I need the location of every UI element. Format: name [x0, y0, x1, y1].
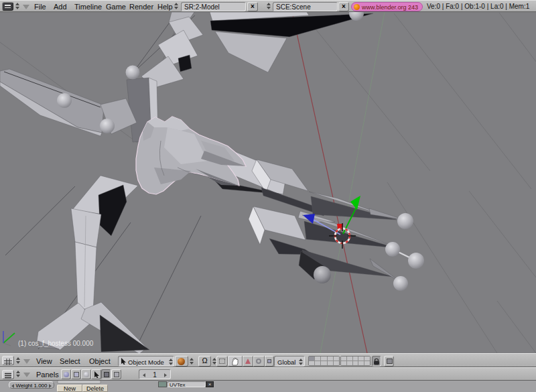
blender-web-label: www.blender.org 243 — [362, 4, 418, 11]
scene-close-button[interactable]: × — [338, 2, 349, 11]
delete-button[interactable]: Delete — [82, 385, 108, 392]
window-type-button[interactable] — [2, 2, 13, 11]
pivot-rotation-icon: Ω — [202, 356, 207, 365]
layer-buttons-group2[interactable] — [340, 356, 371, 366]
manipulator-translate-button[interactable] — [243, 356, 253, 367]
draw-type-sphere-icon — [178, 358, 185, 365]
header-collapse-icon[interactable] — [23, 5, 29, 9]
lock-icon — [373, 358, 380, 365]
pivot-button[interactable]: Ω — [198, 356, 211, 367]
viewport-canvas — [0, 12, 536, 353]
list-icon — [4, 373, 12, 379]
uvtex-swatch[interactable] — [158, 381, 167, 387]
editor-type-button-3dview[interactable] — [2, 356, 14, 365]
manipulator-scale-button[interactable] — [265, 356, 274, 367]
red-triangle-icon — [245, 358, 251, 364]
screen-browse-arrows[interactable] — [174, 3, 179, 9]
context-script-button[interactable] — [71, 369, 81, 379]
manipulator-toggle-button[interactable] — [228, 356, 243, 367]
panel-scroll-strip[interactable] — [57, 381, 101, 384]
scene-icon — [114, 372, 119, 377]
viewport-3d[interactable]: (1) cos_f_hostess 00.000 — [0, 12, 536, 353]
context-editing-button[interactable] — [101, 369, 111, 379]
menu-timeline[interactable]: Timeline — [74, 3, 102, 11]
buttons-header: Panels 1 — [0, 367, 536, 381]
scene-browse-arrows[interactable] — [266, 3, 271, 9]
logic-icon — [64, 372, 69, 377]
new-button[interactable]: New — [57, 385, 82, 392]
uvtex-delete-button[interactable]: × — [206, 381, 214, 387]
grid-icon — [4, 358, 12, 365]
menu-select[interactable]: Select — [60, 357, 80, 365]
object-info-text: (1) cos_f_hostess 00.000 — [18, 340, 93, 347]
editor-type-button-buttons[interactable] — [2, 370, 14, 379]
context-shading-button[interactable] — [81, 369, 91, 379]
mode-dropdown[interactable]: Object Mode — [118, 356, 174, 367]
panels-label[interactable]: Panels — [36, 371, 59, 379]
menu-render[interactable]: Render — [129, 3, 153, 11]
manipulator-rotate-button[interactable] — [253, 356, 265, 367]
window-type-arrows[interactable] — [15, 3, 20, 9]
buttons-window-content: Weight 1.000 New Delete UVTex × — [0, 381, 536, 392]
editor-type-arrows[interactable] — [15, 357, 21, 364]
menu-file[interactable]: File — [34, 3, 46, 11]
screen-name-field[interactable]: SR:2-Model — [181, 2, 246, 11]
lock-button[interactable] — [372, 356, 381, 367]
square-icon — [267, 359, 271, 363]
blender-logo-icon — [354, 4, 360, 10]
menu-add[interactable]: Add — [54, 3, 67, 11]
frame-stepper[interactable]: 1 — [139, 369, 171, 379]
context-logic-button[interactable] — [61, 369, 71, 379]
object-mode-icon — [121, 358, 127, 365]
screen-close-button[interactable]: × — [247, 2, 258, 11]
snap-button[interactable] — [216, 356, 228, 367]
header-collapse-icon-3d[interactable] — [23, 359, 30, 364]
view3d-header: View Select Object Object Mode Ω — [0, 353, 536, 367]
menu-object[interactable]: Object — [89, 357, 111, 365]
scene-stats: Ve:0 | Fa:0 | Ob:1-0 | La:0 | Mem:1 — [427, 3, 529, 10]
context-scene-button[interactable] — [111, 369, 121, 379]
blender-window: File Add Timeline Game Render Help SR:2-… — [0, 0, 536, 392]
draw-type-arrows[interactable] — [189, 358, 194, 365]
draw-type-button[interactable] — [175, 356, 188, 367]
dotted-square-icon — [219, 358, 225, 364]
weight-slider[interactable]: Weight 1.000 — [9, 381, 54, 389]
script-icon — [74, 372, 79, 377]
shading-icon — [84, 372, 89, 377]
uvtex-field[interactable]: UVTex — [167, 381, 206, 387]
menu-view[interactable]: View — [36, 357, 52, 365]
editor-type-arrows-buttons[interactable] — [15, 371, 21, 377]
menu-game[interactable]: Game — [106, 3, 126, 11]
object-context-icon — [94, 371, 100, 378]
circle-icon — [256, 358, 261, 364]
orientation-dropdown[interactable]: Global — [274, 356, 305, 367]
scene-name-field[interactable]: SCE:Scene — [273, 2, 338, 11]
header-collapse-icon-buttons[interactable] — [23, 373, 30, 377]
render-preview-button[interactable] — [384, 356, 394, 367]
info-header: File Add Timeline Game Render Help SR:2-… — [0, 0, 536, 12]
context-object-button[interactable] — [91, 369, 101, 379]
menu-help[interactable]: Help — [157, 3, 173, 11]
hand-icon — [231, 357, 240, 366]
editing-icon — [104, 372, 109, 377]
layer-buttons-group1[interactable] — [308, 356, 340, 366]
render-preview-icon — [387, 358, 393, 364]
blender-web-button[interactable]: www.blender.org 243 — [351, 2, 423, 11]
